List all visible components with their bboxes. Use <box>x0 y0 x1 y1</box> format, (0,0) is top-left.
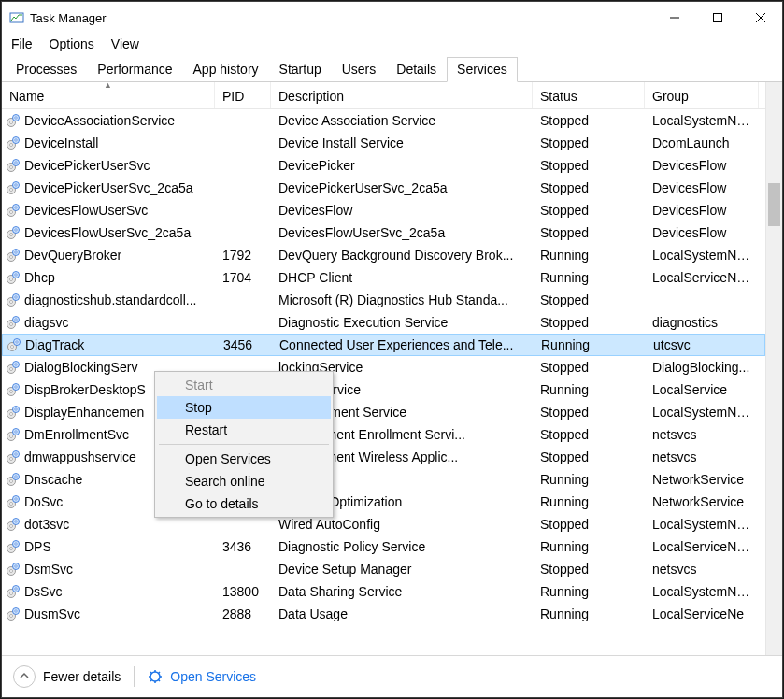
col-status[interactable]: Status <box>533 82 645 108</box>
service-gear-icon <box>6 517 21 532</box>
table-row[interactable]: DialogBlockingServlockingServiceStoppedD… <box>2 356 765 378</box>
svg-point-74 <box>10 503 13 506</box>
open-services-link[interactable]: Open Services <box>170 669 256 684</box>
svg-point-48 <box>16 341 18 343</box>
service-name: DevicesFlowUserSvc <box>24 203 148 218</box>
menu-file[interactable]: File <box>11 36 33 51</box>
svg-point-62 <box>10 435 13 438</box>
svg-point-38 <box>10 301 13 304</box>
svg-point-78 <box>10 525 13 528</box>
table-row[interactable]: DiagTrack3456Connected User Experiences … <box>2 334 765 356</box>
menu-view[interactable]: View <box>111 36 139 51</box>
svg-point-56 <box>15 386 17 388</box>
service-name: DsSvc <box>24 584 62 599</box>
tab-services[interactable]: Services <box>447 57 518 82</box>
table-row[interactable]: DPS3436Diagnostic Policy ServiceRunningL… <box>2 535 765 558</box>
service-group: netsvcs <box>645 427 759 442</box>
menu-item-stop[interactable]: Stop <box>157 396 331 419</box>
table-row[interactable]: diagsvcDiagnostic Execution ServiceStopp… <box>2 311 765 334</box>
svg-point-36 <box>15 274 17 276</box>
table-row[interactable]: DevicePickerUserSvcDevicePickerStoppedDe… <box>2 154 765 177</box>
col-group[interactable]: Group <box>645 82 759 108</box>
vertical-scrollbar[interactable] <box>765 82 782 655</box>
service-group: DcomLaunch <box>645 136 759 150</box>
col-description[interactable]: Description <box>271 82 533 108</box>
service-gear-icon <box>6 382 21 397</box>
service-group: LocalServiceNo... <box>645 539 759 554</box>
tab-app-history[interactable]: App history <box>183 57 269 82</box>
sort-asc-icon: ▲ <box>104 82 112 90</box>
service-status: Running <box>533 248 645 263</box>
menu-item-search-online[interactable]: Search online <box>157 470 331 492</box>
service-name: DeviceAssociationService <box>24 113 175 128</box>
services-icon <box>148 669 163 684</box>
svg-point-86 <box>10 570 13 573</box>
table-row[interactable]: DsSvc13800Data Sharing ServiceRunningLoc… <box>2 580 765 603</box>
table-row[interactable]: DevicesFlowUserSvc_2ca5aDevicesFlowUserS… <box>2 221 765 244</box>
table-row[interactable]: dmwappushserviceManagement Wireless Appl… <box>2 446 765 468</box>
scrollbar-thumb[interactable] <box>768 183 780 226</box>
service-description: Data Sharing Service <box>271 584 533 599</box>
table-row[interactable]: DisplayEnhancemenEnhancement ServiceStop… <box>2 401 765 423</box>
service-group: diagnostics <box>645 315 759 330</box>
service-status: Stopped <box>533 180 645 195</box>
menu-item-restart[interactable]: Restart <box>157 419 331 441</box>
service-pid: 1704 <box>215 270 271 285</box>
table-row[interactable]: DoSvc2980Delivery OptimizationRunningNet… <box>2 491 765 513</box>
col-pid[interactable]: PID <box>215 82 271 108</box>
menu-item-open-services[interactable]: Open Services <box>157 448 331 470</box>
svg-point-66 <box>10 458 13 461</box>
close-button[interactable] <box>739 5 782 31</box>
service-name: DevicesFlowUserSvc_2ca5a <box>24 225 191 240</box>
service-description: DevicePicker <box>271 158 533 173</box>
table-row[interactable]: DevicesFlowUserSvcDevicesFlowStoppedDevi… <box>2 199 765 221</box>
service-group: NetworkService <box>645 472 759 487</box>
table-row[interactable]: DsmSvcDevice Setup ManagerStoppednetsvcs <box>2 558 765 580</box>
table-row[interactable]: DeviceAssociationServiceDevice Associati… <box>2 109 765 132</box>
table-row[interactable]: DmEnrollmentSvcManagement Enrollment Ser… <box>2 423 765 446</box>
service-status: Running <box>533 606 645 621</box>
fewer-details-icon[interactable] <box>13 665 36 688</box>
table-row[interactable]: DusmSvc2888Data UsageRunningLocalService… <box>2 603 765 625</box>
service-name: DeviceInstall <box>24 136 98 150</box>
service-name: DusmSvc <box>24 606 80 621</box>
table-row[interactable]: DevicePickerUserSvc_2ca5aDevicePickerUse… <box>2 177 765 199</box>
service-description: DevicePickerUserSvc_2ca5a <box>271 180 533 195</box>
menu-options[interactable]: Options <box>50 36 94 51</box>
service-name: dmwappushservice <box>24 449 136 464</box>
service-name: DevQueryBroker <box>24 248 121 263</box>
service-name: DisplayEnhancemen <box>24 405 144 420</box>
column-headers: ▲Name PID Description Status Group <box>2 82 765 109</box>
tab-startup[interactable]: Startup <box>269 57 332 82</box>
service-description: Wired AutoConfig <box>271 517 533 532</box>
svg-point-24 <box>15 207 17 208</box>
table-row[interactable]: DispBrokerDesktopSPolicy ServiceRunningL… <box>2 378 765 401</box>
col-name[interactable]: ▲Name <box>2 82 215 108</box>
service-status: Stopped <box>533 203 645 218</box>
tab-details[interactable]: Details <box>386 57 447 82</box>
context-menu: StartStopRestartOpen ServicesSearch onli… <box>154 371 334 518</box>
service-group: netsvcs <box>645 449 759 464</box>
service-description: DevicesFlowUserSvc_2ca5a <box>271 225 533 240</box>
svg-rect-2 <box>714 14 722 22</box>
service-group: LocalSystemNe... <box>645 405 759 420</box>
tab-performance[interactable]: Performance <box>87 57 182 82</box>
svg-point-96 <box>15 610 17 612</box>
svg-point-8 <box>15 117 17 119</box>
table-row[interactable]: Dhcp1704DHCP ClientRunningLocalServiceNe… <box>2 266 765 289</box>
table-row[interactable]: DnscacheentRunningNetworkService <box>2 468 765 491</box>
service-status: Stopped <box>533 225 645 240</box>
tab-processes[interactable]: Processes <box>6 57 87 82</box>
table-row[interactable]: dot3svcWired AutoConfigStoppedLocalSyste… <box>2 513 765 535</box>
tab-users[interactable]: Users <box>332 57 387 82</box>
service-group: utcsvc <box>646 337 760 352</box>
table-row[interactable]: diagnosticshub.standardcoll...Microsoft … <box>2 289 765 311</box>
minimize-button[interactable] <box>653 5 696 31</box>
service-gear-icon <box>6 562 21 577</box>
service-gear-icon <box>6 225 21 240</box>
menu-item-go-to-details[interactable]: Go to details <box>157 492 331 515</box>
fewer-details-label[interactable]: Fewer details <box>43 669 121 684</box>
table-row[interactable]: DeviceInstallDevice Install ServiceStopp… <box>2 132 765 154</box>
maximize-button[interactable] <box>696 5 739 31</box>
table-row[interactable]: DevQueryBroker1792DevQuery Background Di… <box>2 244 765 266</box>
